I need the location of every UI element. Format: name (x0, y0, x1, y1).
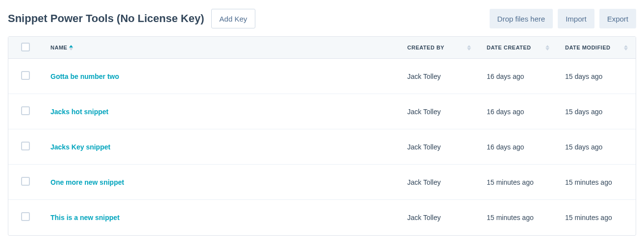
export-button[interactable]: Export (599, 9, 636, 28)
sort-icon (69, 45, 73, 50)
sort-icon (545, 45, 549, 50)
column-header-date-modified-label: Date Modified (565, 45, 610, 50)
row-created-by: Jack Tolley (399, 200, 479, 235)
row-date-created: 16 days ago (479, 59, 557, 94)
row-name-cell: Jacks Key snippet (43, 129, 399, 165)
column-header-checkbox (8, 37, 43, 59)
page-header: Snippet Power Tools (No License Key) Add… (8, 9, 636, 28)
row-date-created: 15 minutes ago (479, 200, 557, 235)
column-header-name[interactable]: Name (43, 37, 399, 59)
row-checkbox-cell (8, 165, 43, 200)
row-checkbox-cell (8, 59, 43, 94)
row-date-created: 15 minutes ago (479, 165, 557, 200)
snippet-table-wrap: Name Created By (8, 36, 636, 236)
row-name-cell: One more new snippet (43, 165, 399, 200)
column-header-name-label: Name (50, 45, 67, 50)
row-checkbox-cell (8, 200, 43, 235)
table-row: One more new snippetJack Tolley15 minute… (8, 165, 636, 200)
row-date-modified: 15 minutes ago (557, 200, 636, 235)
row-date-modified: 15 days ago (557, 94, 636, 129)
svg-marker-5 (545, 48, 549, 50)
import-button[interactable]: Import (558, 9, 594, 28)
row-checkbox[interactable] (21, 71, 30, 80)
row-created-by: Jack Tolley (399, 94, 479, 129)
row-checkbox[interactable] (21, 212, 30, 221)
action-group: Drop files here Import Export (490, 9, 636, 28)
table-header-row: Name Created By (8, 37, 636, 59)
snippet-name-link[interactable]: This is a new snippet (50, 214, 120, 221)
column-header-created-by-label: Created By (407, 45, 445, 50)
select-all-checkbox[interactable] (21, 43, 30, 51)
row-checkbox[interactable] (21, 177, 30, 186)
column-header-date-created-label: Date Created (487, 45, 531, 50)
svg-marker-4 (545, 45, 549, 48)
row-date-modified: 15 minutes ago (557, 165, 636, 200)
snippet-name-link[interactable]: Gotta be number two (50, 73, 119, 80)
svg-marker-3 (467, 48, 471, 50)
column-header-date-modified[interactable]: Date Modified (557, 37, 636, 59)
table-row: Jacks hot snippetJack Tolley16 days ago1… (8, 94, 636, 129)
table-row: This is a new snippetJack Tolley15 minut… (8, 200, 636, 235)
row-checkbox[interactable] (21, 142, 30, 150)
row-name-cell: Jacks hot snippet (43, 94, 399, 129)
svg-marker-1 (69, 48, 73, 50)
column-header-created-by[interactable]: Created By (399, 37, 479, 59)
row-date-modified: 15 days ago (557, 59, 636, 94)
svg-marker-0 (69, 45, 73, 48)
row-date-created: 16 days ago (479, 129, 557, 165)
row-checkbox[interactable] (21, 106, 30, 115)
row-name-cell: Gotta be number two (43, 59, 399, 94)
snippet-name-link[interactable]: Jacks Key snippet (50, 143, 110, 151)
add-key-button[interactable]: Add Key (211, 9, 256, 28)
row-date-created: 16 days ago (479, 94, 557, 129)
row-name-cell: This is a new snippet (43, 200, 399, 235)
drop-files-button[interactable]: Drop files here (490, 9, 553, 28)
column-header-date-created[interactable]: Date Created (479, 37, 557, 59)
table-row: Jacks Key snippetJack Tolley16 days ago1… (8, 129, 636, 165)
page-title: Snippet Power Tools (No License Key) (8, 12, 204, 25)
sort-icon (624, 45, 628, 50)
sort-icon (467, 45, 471, 50)
snippet-name-link[interactable]: Jacks hot snippet (50, 108, 108, 116)
snippet-table: Name Created By (8, 37, 636, 235)
svg-marker-6 (624, 45, 628, 48)
snippet-name-link[interactable]: One more new snippet (50, 178, 124, 186)
svg-marker-7 (624, 48, 628, 50)
row-date-modified: 15 days ago (557, 129, 636, 165)
title-group: Snippet Power Tools (No License Key) Add… (8, 9, 255, 28)
row-checkbox-cell (8, 129, 43, 165)
row-created-by: Jack Tolley (399, 165, 479, 200)
svg-marker-2 (467, 45, 471, 48)
row-checkbox-cell (8, 94, 43, 129)
row-created-by: Jack Tolley (399, 59, 479, 94)
table-row: Gotta be number twoJack Tolley16 days ag… (8, 59, 636, 94)
row-created-by: Jack Tolley (399, 129, 479, 165)
